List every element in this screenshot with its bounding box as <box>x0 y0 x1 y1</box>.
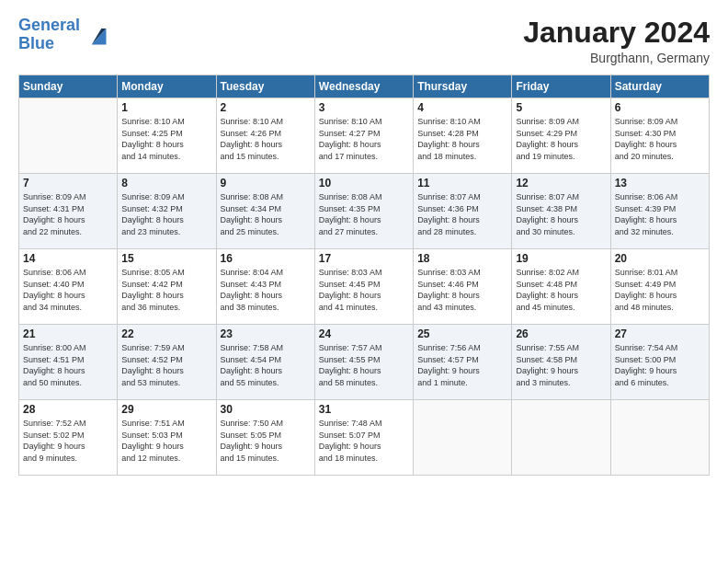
table-row: 28Sunrise: 7:52 AM Sunset: 5:02 PM Dayli… <box>19 400 118 476</box>
day-number: 13 <box>615 177 705 190</box>
day-number: 14 <box>23 252 113 265</box>
header-tuesday: Tuesday <box>216 75 314 98</box>
table-row: 27Sunrise: 7:54 AM Sunset: 5:00 PM Dayli… <box>610 325 709 400</box>
day-number: 10 <box>319 177 409 190</box>
header-monday: Monday <box>118 75 216 98</box>
table-row: 13Sunrise: 8:06 AM Sunset: 4:39 PM Dayli… <box>610 174 709 249</box>
logo-icon <box>84 22 109 48</box>
table-row: 3Sunrise: 8:10 AM Sunset: 4:27 PM Daylig… <box>314 98 413 174</box>
day-info: Sunrise: 8:10 AM Sunset: 4:26 PM Dayligh… <box>221 116 311 162</box>
calendar-table: Sunday Monday Tuesday Wednesday Thursday… <box>18 75 710 476</box>
day-number: 19 <box>516 252 606 265</box>
logo-text: GeneralBlue <box>18 17 80 53</box>
header-sunday: Sunday <box>19 75 118 98</box>
day-info: Sunrise: 8:07 AM Sunset: 4:36 PM Dayligh… <box>417 191 507 237</box>
day-number: 15 <box>121 252 211 265</box>
table-row: 11Sunrise: 8:07 AM Sunset: 4:36 PM Dayli… <box>414 174 512 249</box>
table-row <box>19 98 118 174</box>
day-number: 5 <box>516 101 606 114</box>
table-row: 7Sunrise: 8:09 AM Sunset: 4:31 PM Daylig… <box>19 174 118 249</box>
table-row: 5Sunrise: 8:09 AM Sunset: 4:29 PM Daylig… <box>512 98 610 174</box>
calendar-week-row: 14Sunrise: 8:06 AM Sunset: 4:40 PM Dayli… <box>19 249 710 325</box>
day-info: Sunrise: 7:56 AM Sunset: 4:57 PM Dayligh… <box>417 342 507 388</box>
header-thursday: Thursday <box>414 75 512 98</box>
header: GeneralBlue January 2024 Burgthann, Germ… <box>18 17 710 65</box>
day-number: 30 <box>221 403 311 416</box>
day-number: 24 <box>319 327 409 340</box>
day-info: Sunrise: 8:08 AM Sunset: 4:35 PM Dayligh… <box>319 191 409 237</box>
day-number: 25 <box>417 327 507 340</box>
table-row: 26Sunrise: 7:55 AM Sunset: 4:58 PM Dayli… <box>512 325 610 400</box>
day-info: Sunrise: 8:01 AM Sunset: 4:49 PM Dayligh… <box>615 267 705 313</box>
table-row: 19Sunrise: 8:02 AM Sunset: 4:48 PM Dayli… <box>512 249 610 325</box>
table-row: 31Sunrise: 7:48 AM Sunset: 5:07 PM Dayli… <box>314 400 413 476</box>
table-row: 30Sunrise: 7:50 AM Sunset: 5:05 PM Dayli… <box>216 400 314 476</box>
day-info: Sunrise: 7:58 AM Sunset: 4:54 PM Dayligh… <box>221 342 311 388</box>
calendar-week-row: 7Sunrise: 8:09 AM Sunset: 4:31 PM Daylig… <box>19 174 710 249</box>
day-info: Sunrise: 8:09 AM Sunset: 4:31 PM Dayligh… <box>23 191 113 237</box>
header-saturday: Saturday <box>610 75 709 98</box>
calendar-week-row: 1Sunrise: 8:10 AM Sunset: 4:25 PM Daylig… <box>19 98 710 174</box>
day-number: 22 <box>121 327 211 340</box>
day-info: Sunrise: 7:51 AM Sunset: 5:03 PM Dayligh… <box>121 418 211 464</box>
day-number: 23 <box>221 327 311 340</box>
day-info: Sunrise: 7:55 AM Sunset: 4:58 PM Dayligh… <box>516 342 606 388</box>
table-row: 16Sunrise: 8:04 AM Sunset: 4:43 PM Dayli… <box>216 249 314 325</box>
table-row: 24Sunrise: 7:57 AM Sunset: 4:55 PM Dayli… <box>314 325 413 400</box>
calendar-week-row: 21Sunrise: 8:00 AM Sunset: 4:51 PM Dayli… <box>19 325 710 400</box>
day-info: Sunrise: 7:48 AM Sunset: 5:07 PM Dayligh… <box>319 418 409 464</box>
day-info: Sunrise: 8:06 AM Sunset: 4:40 PM Dayligh… <box>23 267 113 313</box>
day-number: 1 <box>121 101 211 114</box>
day-number: 8 <box>121 177 211 190</box>
table-row: 22Sunrise: 7:59 AM Sunset: 4:52 PM Dayli… <box>118 325 216 400</box>
day-info: Sunrise: 8:03 AM Sunset: 4:45 PM Dayligh… <box>319 267 409 313</box>
day-number: 12 <box>516 177 606 190</box>
day-number: 27 <box>615 327 705 340</box>
table-row: 8Sunrise: 8:09 AM Sunset: 4:32 PM Daylig… <box>118 174 216 249</box>
day-info: Sunrise: 8:10 AM Sunset: 4:28 PM Dayligh… <box>417 116 507 162</box>
table-row: 25Sunrise: 7:56 AM Sunset: 4:57 PM Dayli… <box>414 325 512 400</box>
day-number: 28 <box>23 403 113 416</box>
day-info: Sunrise: 8:10 AM Sunset: 4:27 PM Dayligh… <box>319 116 409 162</box>
day-info: Sunrise: 8:09 AM Sunset: 4:32 PM Dayligh… <box>121 191 211 237</box>
day-info: Sunrise: 8:05 AM Sunset: 4:42 PM Dayligh… <box>121 267 211 313</box>
title-block: January 2024 Burgthann, Germany <box>523 17 710 65</box>
day-info: Sunrise: 8:00 AM Sunset: 4:51 PM Dayligh… <box>23 342 113 388</box>
month-title: January 2024 <box>523 17 710 49</box>
day-number: 6 <box>615 101 705 114</box>
location: Burgthann, Germany <box>523 51 710 65</box>
day-number: 18 <box>417 252 507 265</box>
table-row: 29Sunrise: 7:51 AM Sunset: 5:03 PM Dayli… <box>118 400 216 476</box>
table-row: 6Sunrise: 8:09 AM Sunset: 4:30 PM Daylig… <box>610 98 709 174</box>
table-row: 9Sunrise: 8:08 AM Sunset: 4:34 PM Daylig… <box>216 174 314 249</box>
day-info: Sunrise: 8:07 AM Sunset: 4:38 PM Dayligh… <box>516 191 606 237</box>
day-number: 26 <box>516 327 606 340</box>
table-row: 2Sunrise: 8:10 AM Sunset: 4:26 PM Daylig… <box>216 98 314 174</box>
weekday-header-row: Sunday Monday Tuesday Wednesday Thursday… <box>19 75 710 98</box>
day-info: Sunrise: 8:03 AM Sunset: 4:46 PM Dayligh… <box>417 267 507 313</box>
day-number: 9 <box>221 177 311 190</box>
table-row <box>414 400 512 476</box>
calendar-page: GeneralBlue January 2024 Burgthann, Germ… <box>0 0 728 563</box>
day-number: 4 <box>417 101 507 114</box>
day-info: Sunrise: 8:06 AM Sunset: 4:39 PM Dayligh… <box>615 191 705 237</box>
table-row: 1Sunrise: 8:10 AM Sunset: 4:25 PM Daylig… <box>118 98 216 174</box>
day-number: 21 <box>23 327 113 340</box>
day-info: Sunrise: 7:54 AM Sunset: 5:00 PM Dayligh… <box>615 342 705 388</box>
table-row: 23Sunrise: 7:58 AM Sunset: 4:54 PM Dayli… <box>216 325 314 400</box>
day-info: Sunrise: 7:52 AM Sunset: 5:02 PM Dayligh… <box>23 418 113 464</box>
day-number: 3 <box>319 101 409 114</box>
day-info: Sunrise: 8:09 AM Sunset: 4:30 PM Dayligh… <box>615 116 705 162</box>
day-number: 11 <box>417 177 507 190</box>
header-friday: Friday <box>512 75 610 98</box>
day-info: Sunrise: 7:59 AM Sunset: 4:52 PM Dayligh… <box>121 342 211 388</box>
table-row: 14Sunrise: 8:06 AM Sunset: 4:40 PM Dayli… <box>19 249 118 325</box>
day-number: 7 <box>23 177 113 190</box>
calendar-week-row: 28Sunrise: 7:52 AM Sunset: 5:02 PM Dayli… <box>19 400 710 476</box>
day-info: Sunrise: 7:57 AM Sunset: 4:55 PM Dayligh… <box>319 342 409 388</box>
table-row: 18Sunrise: 8:03 AM Sunset: 4:46 PM Dayli… <box>414 249 512 325</box>
table-row <box>610 400 709 476</box>
day-info: Sunrise: 8:08 AM Sunset: 4:34 PM Dayligh… <box>221 191 311 237</box>
table-row: 15Sunrise: 8:05 AM Sunset: 4:42 PM Dayli… <box>118 249 216 325</box>
day-number: 16 <box>221 252 311 265</box>
